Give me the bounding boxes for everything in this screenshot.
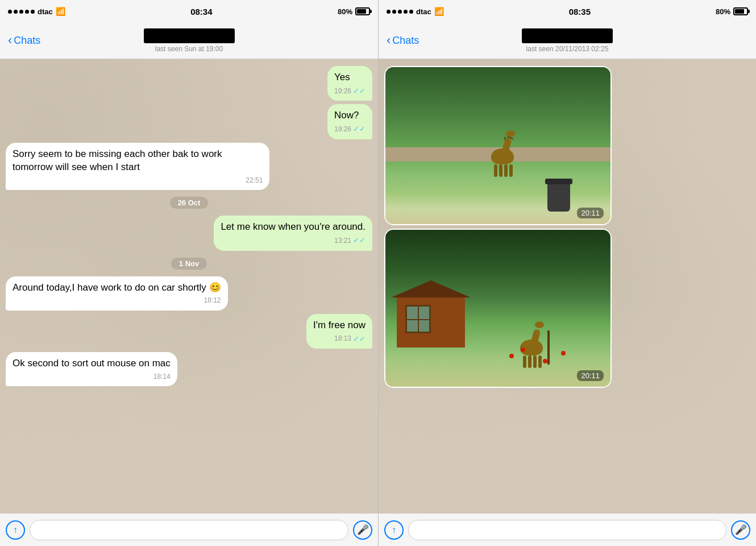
deer-scene-2 [385, 230, 610, 387]
photo-bubble-1[interactable]: 20:11 [384, 66, 612, 225]
photo-time-1: 20:11 [577, 208, 604, 218]
bubble-yes: Yes 19:26 ✓✓ [327, 66, 372, 101]
right-chats-label: Chats [392, 35, 419, 47]
deer-photo-1: 20:11 [384, 66, 612, 225]
bubble-time: 19:26 ✓✓ [334, 124, 365, 134]
right-nav-bar: ‹ Chats last seen 20/11/2013 02:25 [379, 23, 756, 59]
photo-bubble-2[interactable]: 20:11 [384, 229, 612, 388]
photo-time-2: 20:11 [577, 370, 604, 381]
right-status-bar: dtac 📶 08:35 80% [379, 0, 756, 23]
bubble-text: Around today,I have work to do on car sh… [13, 282, 221, 293]
battery-percent: 80% [338, 7, 352, 16]
left-status-left: dtac 📶 [8, 7, 65, 16]
day-label: 1 Nov [171, 258, 207, 270]
photo-row-1: 20:11 [384, 66, 750, 225]
deer-photo-2: 20:11 [384, 229, 612, 388]
left-upload-button[interactable]: ↑ [6, 520, 25, 540]
left-back-button[interactable]: ‹ Chats [8, 34, 40, 48]
bubble-free: I'm free now 18:13 ✓✓ [306, 314, 372, 349]
wifi-icon: 📶 [56, 7, 65, 16]
left-status-bar: dtac 📶 08:34 80% [0, 0, 378, 23]
check-marks-icon: ✓✓ [353, 235, 365, 246]
bubble-sorry: Sorry seem to be missing each other bak … [6, 143, 269, 190]
left-chat-area: Yes 19:26 ✓✓ Now? 19:26 ✓✓ Sorry seem to… [0, 59, 378, 513]
left-chats-label: Chats [14, 35, 40, 47]
bubble-text: I'm free now [313, 320, 365, 330]
message-row-around: Around today,I have work to do on car sh… [6, 276, 372, 311]
right-status-right: 80% [716, 7, 748, 16]
bubble-around: Around today,I have work to do on car sh… [6, 276, 228, 311]
bubble-text: Now? [334, 110, 359, 121]
left-nav-center: last seen Sun at 19:00 [144, 28, 235, 53]
message-row-yes: Yes 19:26 ✓✓ [6, 66, 372, 101]
left-input-bar: ↑ 🎤 [0, 513, 378, 546]
bubble-ok: Ok second to sort out mouse on mac 18:14 [6, 352, 177, 386]
message-row-sorry: Sorry seem to be missing each other bak … [6, 143, 372, 190]
bubble-time: 18:12 [13, 296, 221, 305]
battery-icon [733, 7, 748, 15]
check-marks-icon: ✓✓ [353, 86, 365, 96]
left-message-input[interactable] [30, 520, 348, 540]
right-mic-button[interactable]: 🎤 [731, 520, 750, 540]
day-divider-oct: 26 Oct [6, 197, 372, 209]
bubble-text: Yes [334, 72, 350, 82]
battery-icon [355, 7, 370, 15]
check-marks-icon: ✓✓ [353, 124, 365, 134]
signal-dots [387, 10, 413, 14]
left-last-seen: last seen Sun at 19:00 [144, 45, 235, 53]
bubble-text: Ok second to sort out mouse on mac [13, 358, 171, 369]
bubble-text: Sorry seem to be missing each other bak … [13, 148, 222, 172]
message-row-free: I'm free now 18:13 ✓✓ [6, 314, 372, 349]
battery-percent: 80% [716, 7, 730, 16]
right-message-input[interactable] [408, 520, 726, 540]
right-phone-panel: dtac 📶 08:35 80% ‹ Chats last seen 20/11… [378, 0, 756, 546]
message-row-now: Now? 19:26 ✓✓ [6, 104, 372, 139]
message-row-letmeknow: Let me know when you're around. 13:21 ✓✓ [6, 216, 372, 250]
chevron-left-icon: ‹ [8, 33, 12, 48]
right-time: 08:35 [569, 7, 591, 16]
left-status-right: 80% [338, 7, 370, 16]
message-row-ok: Ok second to sort out mouse on mac 18:14 [6, 352, 372, 386]
bubble-time: 18:14 [13, 372, 171, 381]
wifi-icon: 📶 [434, 7, 444, 16]
check-marks-icon: ✓✓ [353, 334, 365, 344]
bubble-text: Let me know when you're around. [221, 221, 365, 232]
right-back-button[interactable]: ‹ Chats [387, 34, 419, 48]
deer-scene-1 [385, 67, 610, 224]
left-nav-bar: ‹ Chats last seen Sun at 19:00 [0, 23, 378, 59]
bubble-now: Now? 19:26 ✓✓ [327, 104, 372, 139]
left-contact-name-block [144, 28, 235, 43]
chevron-left-icon: ‹ [387, 33, 391, 48]
right-input-bar: ↑ 🎤 [379, 513, 756, 546]
right-upload-button[interactable]: ↑ [384, 520, 404, 540]
photo-row-2: 20:11 [384, 229, 750, 388]
flower-post [547, 330, 550, 365]
bubble-time: 19:26 ✓✓ [334, 86, 365, 96]
bubble-time: 18:13 ✓✓ [313, 334, 365, 344]
bubble-time: 22:51 [13, 176, 263, 185]
left-phone-panel: dtac 📶 08:34 80% ‹ Chats last seen Sun a… [0, 0, 378, 546]
bubble-time: 13:21 ✓✓ [221, 235, 365, 246]
day-divider-nov: 1 Nov [6, 258, 372, 270]
right-nav-center: last seen 20/11/2013 02:25 [522, 28, 613, 53]
right-chat-area: 20:11 [379, 59, 756, 513]
left-time: 08:34 [190, 7, 212, 16]
bubble-letmeknow: Let me know when you're around. 13:21 ✓✓ [214, 216, 372, 250]
signal-dots [8, 10, 35, 14]
carrier-label: dtac [38, 7, 53, 16]
right-last-seen: last seen 20/11/2013 02:25 [522, 45, 613, 53]
right-contact-name-block [522, 28, 613, 43]
right-status-left: dtac 📶 [387, 7, 444, 16]
carrier-label: dtac [416, 7, 431, 16]
left-mic-button[interactable]: 🎤 [353, 520, 372, 540]
day-label: 26 Oct [170, 197, 209, 209]
